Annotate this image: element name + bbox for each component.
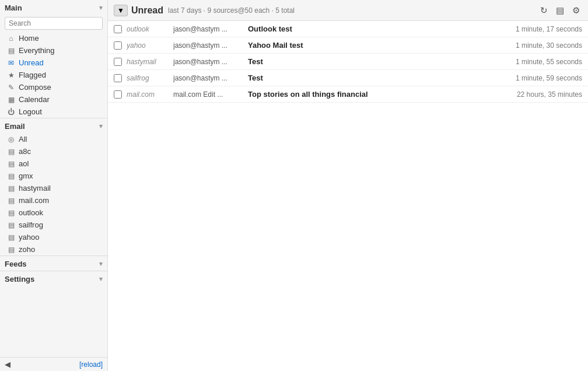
sidebar-item-everything[interactable]: ▤ Everything <box>0 44 107 57</box>
email-subject: Yahoo Mail test <box>248 41 510 50</box>
sidebar-item-aol-label: aol <box>19 159 29 168</box>
feeds-section-header: Feeds ▾ <box>0 256 107 271</box>
sidebar-item-flagged[interactable]: ★ Flagged <box>0 69 107 81</box>
sidebar-item-compose-label: Compose <box>19 83 51 92</box>
email-row[interactable]: outlook jason@hastym ... Outlook test 1 … <box>108 21 588 37</box>
main-section-header: Main ▾ <box>0 0 107 15</box>
sidebar-item-gmx-label: gmx <box>19 172 33 180</box>
email-checkbox[interactable] <box>114 25 122 33</box>
email-time: 22 hours, 35 minutes <box>517 90 582 99</box>
settings-section-label: Settings <box>5 275 34 284</box>
bottom-bar: ◀ [reload] <box>0 357 107 371</box>
back-arrow-icon: ◀ <box>5 360 10 369</box>
hastymail-icon: ▤ <box>7 184 15 192</box>
main-section-label: Main <box>5 4 22 12</box>
email-row[interactable]: yahoo jason@hastym ... Yahoo Mail test 1… <box>108 37 588 54</box>
sidebar-item-gmx[interactable]: ▤ gmx <box>0 170 107 182</box>
sailfrog-icon: ▤ <box>7 221 15 229</box>
sidebar-item-hastymail[interactable]: ▤ hastymail <box>0 182 107 194</box>
sidebar-item-sailfrog[interactable]: ▤ sailfrog <box>0 219 107 231</box>
email-nav: ◎ All ▤ a8c ▤ aol ▤ gmx ▤ hastymail ▤ ma… <box>0 133 107 256</box>
sidebar-item-unread-label: Unread <box>19 58 44 67</box>
sidebar-item-a8c[interactable]: ▤ a8c <box>0 145 107 158</box>
compose-icon: ✎ <box>7 83 15 92</box>
sidebar-item-unread[interactable]: ✉ Unread <box>0 57 107 69</box>
refresh-icon: ↻ <box>540 5 548 15</box>
email-time: 1 minute, 55 seconds <box>516 58 582 66</box>
sidebar-item-everything-label: Everything <box>19 46 54 55</box>
email-section-header: Email ▾ <box>0 118 107 133</box>
a8c-icon: ▤ <box>7 148 15 156</box>
toolbar-right: ↻ ▤ ⚙ <box>538 4 582 17</box>
sidebar-item-outlook-label: outlook <box>19 208 43 217</box>
email-checkbox[interactable] <box>114 41 122 50</box>
email-checkbox[interactable] <box>114 58 122 66</box>
settings-section-header: Settings ▾ <box>0 271 107 286</box>
sidebar-item-logout-label: Logout <box>19 107 42 116</box>
email-source: mail.com <box>127 90 173 99</box>
email-source: yahoo <box>127 41 173 50</box>
sidebar-item-mailcom-label: mail.com <box>19 196 49 205</box>
zoho-icon: ▤ <box>7 246 15 254</box>
gmx-icon: ▤ <box>7 172 15 180</box>
settings-collapse-icon[interactable]: ▾ <box>99 275 103 283</box>
email-checkbox[interactable] <box>114 90 122 99</box>
everything-icon: ▤ <box>7 47 15 55</box>
sidebar-item-mailcom[interactable]: ▤ mail.com <box>0 194 107 206</box>
sidebar-item-all[interactable]: ◎ All <box>0 133 107 145</box>
main-content: ▼ Unread last 7 days · 9 sources@50 each… <box>108 0 588 371</box>
folder-button[interactable]: ▤ <box>554 4 566 17</box>
email-row[interactable]: mail.com mail.com Edit ... Top stories o… <box>108 86 588 103</box>
all-icon: ◎ <box>7 135 15 144</box>
dropdown-icon: ▼ <box>117 6 124 15</box>
email-collapse-icon[interactable]: ▾ <box>99 123 103 130</box>
email-source: hastymail <box>127 58 173 66</box>
toolbar: ▼ Unread last 7 days · 9 sources@50 each… <box>108 0 588 21</box>
email-section: Email ▾ ◎ All ▤ a8c ▤ aol ▤ gmx ▤ hastym… <box>0 118 107 256</box>
reload-link[interactable]: [reload] <box>79 360 103 369</box>
sidebar-item-home[interactable]: ⌂ Home <box>0 32 107 44</box>
email-row[interactable]: hastymail jason@hastym ... Test 1 minute… <box>108 54 588 70</box>
email-subject: Outlook test <box>248 24 510 33</box>
sidebar-item-zoho[interactable]: ▤ zoho <box>0 243 107 256</box>
email-time: 1 minute, 59 seconds <box>516 74 582 82</box>
sidebar-item-logout[interactable]: ⏻ Logout <box>0 106 107 118</box>
toolbar-left: ▼ Unread last 7 days · 9 sources@50 each… <box>114 5 538 16</box>
flagged-icon: ★ <box>7 71 15 79</box>
search-input[interactable] <box>5 17 103 30</box>
sidebar-item-yahoo-label: yahoo <box>19 233 39 242</box>
sidebar-item-all-label: All <box>19 135 27 144</box>
feeds-section-label: Feeds <box>5 260 27 268</box>
settings-button[interactable]: ⚙ <box>570 4 582 17</box>
email-row[interactable]: sailfrog jason@hastym ... Test 1 minute,… <box>108 70 588 86</box>
sidebar-item-outlook[interactable]: ▤ outlook <box>0 206 107 219</box>
calendar-icon: ▦ <box>7 96 15 104</box>
sidebar-item-calendar-label: Calendar <box>19 95 50 104</box>
logout-icon: ⏻ <box>7 108 15 116</box>
email-subject: Top stories on all things financial <box>248 90 511 99</box>
email-from: mail.com Edit ... <box>173 90 243 99</box>
feeds-section: Feeds ▾ <box>0 256 107 271</box>
sidebar-item-aol[interactable]: ▤ aol <box>0 158 107 170</box>
email-list: outlook jason@hastym ... Outlook test 1 … <box>108 21 588 371</box>
email-time: 1 minute, 30 seconds <box>516 41 582 50</box>
toolbar-title: Unread <box>131 5 163 16</box>
sidebar-item-zoho-label: zoho <box>19 245 35 254</box>
main-collapse-icon[interactable]: ▾ <box>99 4 103 12</box>
refresh-button[interactable]: ↻ <box>538 4 550 17</box>
search-box <box>0 15 107 32</box>
email-from: jason@hastym ... <box>173 74 243 82</box>
sidebar-item-calendar[interactable]: ▦ Calendar <box>0 93 107 106</box>
unread-dropdown-button[interactable]: ▼ <box>114 5 128 16</box>
settings-section: Settings ▾ <box>0 271 107 286</box>
main-nav: ⌂ Home ▤ Everything ✉ Unread ★ Flagged ✎… <box>0 32 107 118</box>
email-checkbox[interactable] <box>114 74 122 82</box>
feeds-collapse-icon[interactable]: ▾ <box>99 260 103 268</box>
email-time: 1 minute, 17 seconds <box>516 25 582 33</box>
yahoo-icon: ▤ <box>7 233 15 242</box>
settings-icon: ⚙ <box>572 5 580 15</box>
email-section-label: Email <box>5 122 25 131</box>
sidebar-item-yahoo[interactable]: ▤ yahoo <box>0 231 107 243</box>
bottom-back-button[interactable]: ◀ <box>5 360 10 369</box>
sidebar-item-compose[interactable]: ✎ Compose <box>0 81 107 93</box>
